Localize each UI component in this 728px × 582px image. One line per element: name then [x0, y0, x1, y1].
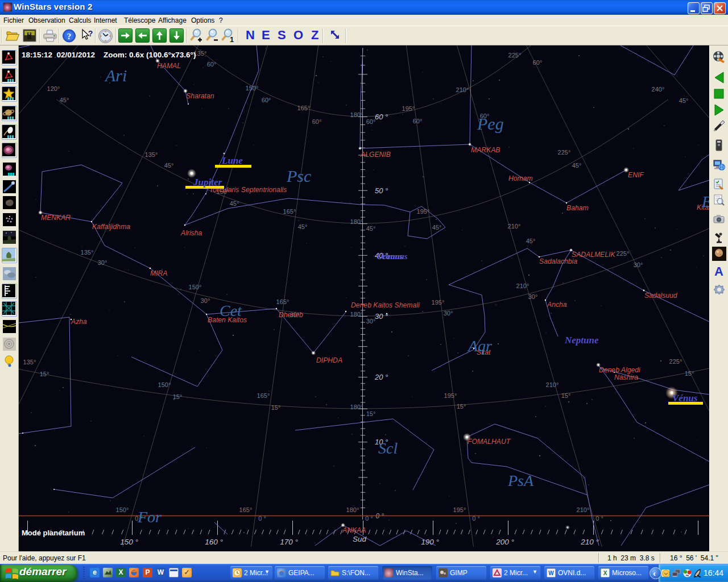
- svg-text:15°: 15°: [685, 370, 694, 377]
- svg-text:165°: 165°: [276, 298, 289, 305]
- svg-text:Azha: Azha: [71, 318, 87, 326]
- svg-text:A: A: [714, 264, 723, 278]
- svg-text:50 °: 50 °: [375, 186, 388, 195]
- svg-text:W: W: [548, 570, 554, 576]
- svg-text:135°: 135°: [145, 151, 158, 158]
- svg-text:?: ?: [67, 32, 72, 41]
- svg-text:150 °: 150 °: [120, 538, 138, 546]
- svg-text:195°: 195°: [432, 299, 445, 306]
- svg-text:15°: 15°: [366, 410, 376, 417]
- svg-text:165°: 165°: [297, 105, 311, 111]
- svg-text:Cet: Cet: [220, 302, 242, 319]
- svg-text:45°: 45°: [60, 97, 69, 103]
- svg-text:Psc: Psc: [286, 167, 311, 185]
- svg-text:Eq: Eq: [701, 193, 709, 210]
- svg-text:225°: 225°: [669, 358, 682, 365]
- svg-text:150°: 150°: [246, 85, 259, 92]
- svg-text:30°: 30°: [366, 318, 376, 325]
- svg-text:165°: 165°: [239, 506, 253, 513]
- svg-text:30°: 30°: [528, 293, 538, 300]
- svg-text:Jupiter: Jupiter: [193, 177, 222, 188]
- svg-text:ENIF: ENIF: [628, 171, 644, 179]
- svg-text:Ancha: Ancha: [547, 301, 567, 309]
- svg-text:180°: 180°: [350, 218, 363, 225]
- svg-text:Sud: Sud: [353, 535, 367, 543]
- svg-text:135°: 135°: [81, 249, 94, 256]
- svg-text:DIPHDA: DIPHDA: [316, 356, 342, 364]
- svg-text:15°: 15°: [173, 393, 183, 400]
- svg-text:150°: 150°: [189, 284, 202, 290]
- svg-text:200 °: 200 °: [495, 538, 514, 546]
- svg-text:MARKAB: MARKAB: [471, 146, 500, 154]
- svg-text:225°: 225°: [508, 52, 522, 59]
- svg-text:X: X: [603, 570, 607, 576]
- svg-text:30 °: 30 °: [375, 312, 388, 321]
- svg-text:150°: 150°: [116, 506, 129, 513]
- svg-text:195°: 195°: [417, 208, 430, 215]
- svg-text:For: For: [137, 508, 162, 526]
- svg-text:30°: 30°: [444, 310, 453, 317]
- svg-text:Deneb Algedi: Deneb Algedi: [599, 366, 640, 374]
- svg-text:160 °: 160 °: [205, 538, 223, 546]
- svg-text:60°: 60°: [207, 61, 217, 68]
- svg-text:Neptune: Neptune: [564, 335, 599, 346]
- svg-text:PsA: PsA: [507, 472, 534, 489]
- svg-text:Baham: Baham: [566, 204, 589, 212]
- svg-text:45°: 45°: [164, 162, 174, 169]
- svg-text:Sadalsuud: Sadalsuud: [644, 292, 678, 300]
- svg-text:45°: 45°: [679, 97, 689, 104]
- svg-text:45°: 45°: [366, 225, 376, 232]
- svg-text:210 °: 210 °: [580, 538, 599, 546]
- svg-text:?: ?: [88, 29, 93, 38]
- svg-text:210°: 210°: [516, 282, 530, 289]
- svg-text:15°: 15°: [457, 403, 466, 410]
- svg-text:60°: 60°: [312, 118, 322, 125]
- svg-text:Dheneb: Dheneb: [279, 311, 303, 319]
- svg-text:Deneb Kaitos Shemali: Deneb Kaitos Shemali: [351, 301, 420, 309]
- svg-text:180°: 180°: [346, 506, 359, 513]
- svg-text:165°: 165°: [257, 392, 270, 399]
- svg-text:MIRA: MIRA: [150, 269, 167, 277]
- svg-text:180°: 180°: [350, 111, 363, 118]
- svg-text:Mode planétarium: Mode planétarium: [22, 529, 85, 537]
- svg-text:60°: 60°: [533, 59, 543, 66]
- svg-text:45°: 45°: [572, 162, 582, 169]
- svg-text:MENKAR: MENKAR: [41, 214, 71, 222]
- svg-text:195°: 195°: [402, 105, 415, 112]
- svg-text:20 °: 20 °: [374, 373, 388, 381]
- svg-text:Sharatan: Sharatan: [186, 92, 214, 100]
- svg-text:170 °: 170 °: [280, 538, 298, 546]
- svg-text:180°: 180°: [350, 311, 363, 318]
- svg-text:HAMAL: HAMAL: [157, 62, 181, 70]
- svg-text:Vénus: Vénus: [672, 393, 698, 404]
- svg-text:Alrisha: Alrisha: [180, 229, 202, 237]
- svg-text:SADALMELIK: SADALMELIK: [572, 251, 615, 259]
- svg-text:60°: 60°: [413, 118, 423, 124]
- svg-text:190 °: 190 °: [421, 538, 439, 546]
- svg-text:Nashira: Nashira: [614, 373, 638, 381]
- svg-text:240°: 240°: [652, 86, 665, 93]
- svg-text:Scl: Scl: [378, 439, 398, 457]
- svg-text:Ari: Ari: [104, 66, 127, 85]
- svg-text:45°: 45°: [230, 200, 239, 207]
- svg-text:Lune: Lune: [221, 155, 243, 166]
- svg-text:180°: 180°: [350, 404, 363, 410]
- svg-text:210°: 210°: [508, 223, 521, 230]
- svg-text:45°: 45°: [526, 238, 536, 244]
- svg-text:45°: 45°: [298, 223, 308, 230]
- svg-text:195°: 195°: [444, 392, 457, 399]
- svg-text:165°: 165°: [283, 208, 296, 215]
- svg-text:195°: 195°: [453, 506, 466, 513]
- svg-text:225°: 225°: [558, 149, 571, 156]
- svg-text:18:15:12 02/01/2012 Zoom:: 18:15:12 02/01/2012 Zoom: 0.6x (100.6°x7…: [22, 51, 196, 59]
- svg-text:ALGENIB: ALGENIB: [360, 151, 391, 159]
- svg-text:60 °: 60 °: [375, 113, 388, 121]
- svg-text:210°: 210°: [456, 86, 469, 93]
- svg-text:210°: 210°: [546, 381, 559, 388]
- svg-text:Uranus: Uranus: [381, 252, 408, 261]
- svg-text:150°: 150°: [158, 381, 171, 388]
- svg-text:Aqr: Aqr: [467, 337, 492, 355]
- svg-text:60°: 60°: [262, 97, 271, 103]
- svg-text:135°: 135°: [23, 359, 36, 365]
- svg-text:120°: 120°: [47, 85, 60, 92]
